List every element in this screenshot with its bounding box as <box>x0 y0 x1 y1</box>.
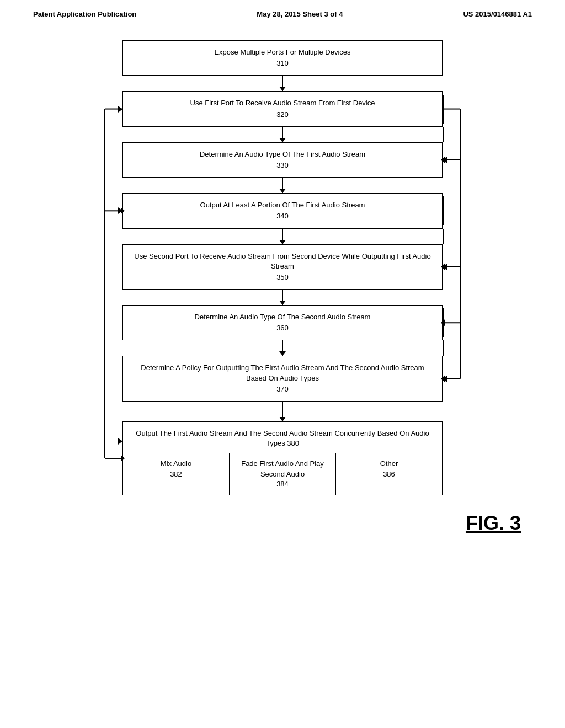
step-350-num: 350 <box>134 272 431 282</box>
step-360-num: 360 <box>134 323 431 333</box>
step-310-num: 310 <box>134 58 431 68</box>
step-320-text: Use First Port To Receive Audio Stream F… <box>190 99 375 107</box>
step-340-text: Output At Least A Portion Of The First A… <box>200 201 365 209</box>
subbox-386-text: Other <box>380 459 398 468</box>
fig-label: FIG. 3 <box>0 501 565 546</box>
step-350-text: Use Second Port To Receive Audio Stream … <box>134 252 430 270</box>
header-right: US 2015/0146881 A1 <box>463 10 532 18</box>
step-370-box: Determine A Policy For Outputting The Fi… <box>122 356 443 402</box>
step-360-box: Determine An Audio Type Of The Second Au… <box>122 305 443 340</box>
step-370-num: 370 <box>134 384 431 394</box>
subbox-382-num: 382 <box>170 470 182 478</box>
step-320-row: Use First Port To Receive Audio Stream F… <box>89 91 476 126</box>
header-middle: May 28, 2015 Sheet 3 of 4 <box>257 10 343 18</box>
step-370-text: Determine A Policy For Outputting The Fi… <box>141 363 424 382</box>
header-left: Patent Application Publication <box>33 10 136 18</box>
step-380-row: Output The First Audio Stream And The Se… <box>89 421 476 495</box>
subboxes-row: Mix Audio 382 Fade First Audio And Play … <box>123 453 442 495</box>
subbox-384: Fade First Audio And Play Second Audio 3… <box>230 453 336 495</box>
step-310-row: Expose Multiple Ports For Multiple Devic… <box>89 40 476 76</box>
step-370-row: Determine A Policy For Outputting The Fi… <box>89 356 476 402</box>
step-350-row: Use Second Port To Receive Audio Stream … <box>89 244 476 290</box>
step-380-box: Output The First Audio Stream And The Se… <box>122 421 443 495</box>
subbox-382: Mix Audio 382 <box>123 453 230 495</box>
step-330-box: Determine An Audio Type Of The First Aud… <box>122 142 443 178</box>
step-320-box: Use First Port To Receive Audio Stream F… <box>122 91 443 126</box>
step-330-row: Determine An Audio Type Of The First Aud… <box>89 142 476 178</box>
step-350-box: Use Second Port To Receive Audio Stream … <box>122 244 443 290</box>
subbox-386-num: 386 <box>383 470 395 478</box>
step-320-num: 320 <box>134 110 431 120</box>
page-header: Patent Application Publication May 28, 2… <box>0 0 565 24</box>
step-310-box: Expose Multiple Ports For Multiple Devic… <box>122 40 443 76</box>
step-340-box: Output At Least A Portion Of The First A… <box>122 193 443 228</box>
step-360-text: Determine An Audio Type Of The Second Au… <box>195 313 371 321</box>
subbox-386: Other 386 <box>336 453 442 495</box>
step-340-row: Output At Least A Portion Of The First A… <box>89 193 476 228</box>
step-330-num: 330 <box>134 160 431 170</box>
step-360-row: Determine An Audio Type Of The Second Au… <box>89 305 476 340</box>
subbox-384-num: 384 <box>276 480 289 488</box>
subbox-382-text: Mix Audio <box>161 459 191 468</box>
subbox-384-text: Fade First Audio And Play Second Audio <box>241 459 324 478</box>
step-340-num: 340 <box>134 211 431 221</box>
step-380-text: Output The First Audio Stream And The Se… <box>136 429 429 447</box>
step-310-text: Expose Multiple Ports For Multiple Devic… <box>214 48 350 56</box>
step-380-num: 380 <box>287 439 299 447</box>
diagram-area: Expose Multiple Ports For Multiple Devic… <box>0 24 565 501</box>
step-330-text: Determine An Audio Type Of The First Aud… <box>200 150 365 158</box>
